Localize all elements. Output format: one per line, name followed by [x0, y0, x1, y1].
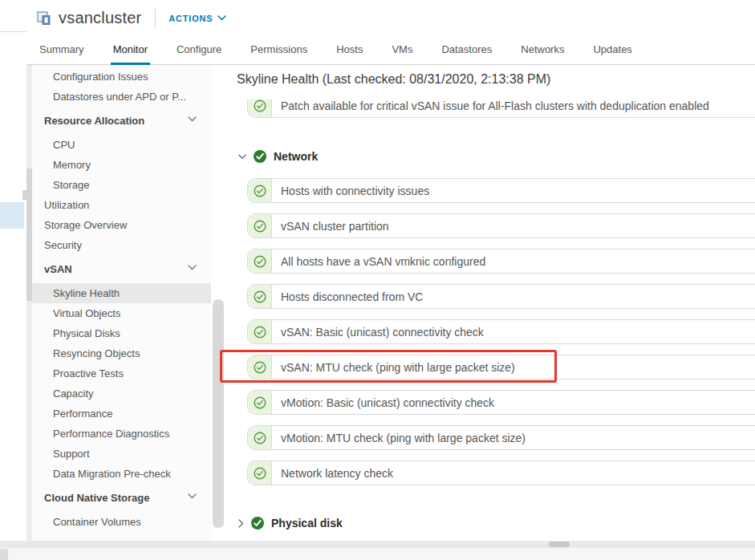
tab-monitor[interactable]: Monitor [111, 36, 150, 65]
chevron-right-icon [238, 519, 244, 528]
sidebar-item-datastores-apd[interactable]: Datastores under APD or P... [32, 87, 211, 107]
health-check-label: vMotion: MTU check (ping with large pack… [272, 426, 755, 449]
health-check-label: vSAN: Basic (unicast) connectivity check [272, 320, 755, 343]
section-physical-disk[interactable]: Physical disk [238, 514, 343, 532]
sidebar-group-resource-allocation[interactable]: Resource Allocation [32, 111, 211, 131]
health-check-label: vSAN: MTU check (ping with large packet … [272, 355, 755, 379]
tab-vms[interactable]: VMs [389, 36, 415, 65]
object-header: vsancluster ACTIONS [26, 0, 755, 36]
tab-summary[interactable]: Summary [37, 36, 87, 65]
sidebar-group-cloud-native-storage[interactable]: Cloud Native Storage [32, 488, 211, 508]
horizontal-scrollbar-track[interactable] [0, 541, 755, 548]
sidebar-item-storage[interactable]: Storage [32, 175, 211, 195]
sidebar-item-storage-overview[interactable]: Storage Overview [32, 215, 211, 235]
actions-menu-button[interactable]: ACTIONS [168, 14, 226, 23]
status-cell [248, 250, 272, 273]
status-cell [248, 179, 272, 202]
section-label: Network [274, 150, 318, 163]
health-check-label: vMotion: Basic (unicast) connectivity ch… [272, 391, 755, 414]
sidebar-item-proactive-tests[interactable]: Proactive Tests [32, 363, 211, 383]
health-check-row[interactable]: Patch available for critical vSAN issue … [247, 99, 755, 118]
check-circle-outline-icon [254, 361, 266, 374]
check-circle-outline-icon [254, 432, 266, 444]
chevron-down-icon [188, 116, 197, 122]
health-check-row[interactable]: vMotion: Basic (unicast) connectivity ch… [247, 390, 755, 415]
chevron-down-icon [188, 265, 197, 270]
bottom-corner-handle [0, 549, 8, 560]
bottom-panel-edge [0, 548, 755, 560]
status-cell [248, 285, 272, 308]
tab-configure[interactable]: Configure [174, 36, 224, 65]
health-check-row[interactable]: vSAN: Basic (unicast) connectivity check [247, 319, 755, 344]
sidebar-item-virtual-objects[interactable]: Virtual Objects [32, 303, 211, 323]
page-title: vsancluster [59, 9, 141, 27]
status-cell [248, 355, 272, 379]
health-check-row[interactable]: Hosts disconnected from VC [247, 284, 755, 309]
skyline-health-pane: Skyline Health (Last checked: 08/31/2020… [227, 65, 755, 541]
sidebar-item-utilization[interactable]: Utilization [32, 195, 211, 215]
sidebar-item-configuration-issues[interactable]: Configuration Issues [32, 67, 211, 87]
chevron-down-icon [217, 15, 226, 21]
health-check-row[interactable]: vMotion: MTU check (ping with large pack… [247, 425, 755, 450]
status-cell [248, 391, 272, 414]
health-check-row[interactable]: All hosts have a vSAN vmknic configured [247, 249, 755, 274]
sidebar-scrollbar-thumb[interactable] [213, 299, 224, 528]
check-circle-outline-icon [254, 396, 266, 409]
sidebar-item-resyncing-objects[interactable]: Resyncing Objects [32, 343, 211, 363]
sidebar-item-performance-diagnostics[interactable]: Performance Diagnostics [32, 424, 211, 444]
tab-datastores[interactable]: Datastores [439, 36, 494, 65]
health-check-row[interactable]: vSAN cluster partition [247, 213, 755, 238]
health-check-label: Network latency check [272, 461, 755, 485]
tab-permissions[interactable]: Permissions [248, 36, 310, 65]
check-circle-outline-icon [254, 326, 266, 339]
panel-expander-handle[interactable] [22, 190, 32, 200]
health-check-row-highlighted[interactable]: vSAN: MTU check (ping with large packet … [247, 355, 755, 379]
health-check-label: Patch available for critical vSAN issue … [272, 99, 755, 117]
check-circle-filled-icon [250, 516, 265, 530]
health-check-label: Hosts disconnected from VC [272, 285, 755, 308]
sidebar-item-data-migration-precheck[interactable]: Data Migration Pre-check [32, 464, 211, 484]
health-check-row[interactable]: Hosts with connectivity issues [247, 178, 755, 203]
tab-hosts[interactable]: Hosts [334, 36, 365, 65]
object-tab-bar: Summary Monitor Configure Permissions Ho… [26, 36, 755, 65]
health-check-label: All hosts have a vSAN vmknic configured [272, 250, 755, 273]
header-divider [155, 9, 156, 28]
check-circle-filled-icon [253, 149, 267, 164]
health-check-row[interactable]: Network latency check [247, 461, 755, 485]
check-circle-outline-icon [254, 99, 266, 112]
sidebar-item-support[interactable]: Support [32, 444, 211, 464]
status-cell [248, 320, 272, 343]
section-network[interactable]: Network [238, 148, 318, 165]
section-label: Physical disk [271, 517, 343, 530]
horizontal-scrollbar-thumb[interactable] [549, 542, 570, 547]
health-check-label: Hosts with connectivity issues [272, 179, 755, 202]
sidebar-item-skyline-health[interactable]: Skyline Health [32, 283, 211, 303]
sidebar-item-capacity[interactable]: Capacity [32, 383, 211, 404]
status-cell [248, 99, 272, 117]
status-cell [248, 461, 272, 485]
health-check-label: vSAN cluster partition [272, 214, 755, 237]
sidebar-item-performance[interactable]: Performance [32, 404, 211, 424]
sidebar-item-container-volumes[interactable]: Container Volumes [32, 512, 211, 532]
vsphere-client-window: vsancluster ACTIONS Summary Monitor Conf… [0, 0, 755, 560]
check-circle-outline-icon [254, 290, 266, 303]
sidebar-item-memory[interactable]: Memory [32, 155, 211, 175]
cluster-icon [37, 11, 51, 26]
sidebar-item-cpu[interactable]: CPU [32, 135, 211, 155]
tab-networks[interactable]: Networks [518, 36, 566, 65]
status-cell [248, 426, 272, 449]
sidebar-group-vsan[interactable]: vSAN [32, 259, 211, 279]
panel-divider [0, 31, 26, 32]
status-cell [248, 214, 272, 237]
chevron-down-icon [238, 154, 246, 160]
sidebar-item-security[interactable]: Security [32, 235, 211, 255]
check-circle-outline-icon [254, 467, 266, 480]
monitor-nav-sidebar: Configuration Issues Datastores under AP… [32, 65, 211, 541]
scrolled-out-row-clip: Patch available for critical vSAN issue … [247, 99, 755, 118]
check-circle-outline-icon [254, 220, 266, 233]
tab-updates[interactable]: Updates [591, 36, 634, 65]
chevron-down-icon [188, 493, 197, 499]
sidebar-item-physical-disks[interactable]: Physical Disks [32, 323, 211, 343]
check-circle-outline-icon [254, 255, 266, 268]
inventory-selected-remnant [0, 202, 24, 229]
